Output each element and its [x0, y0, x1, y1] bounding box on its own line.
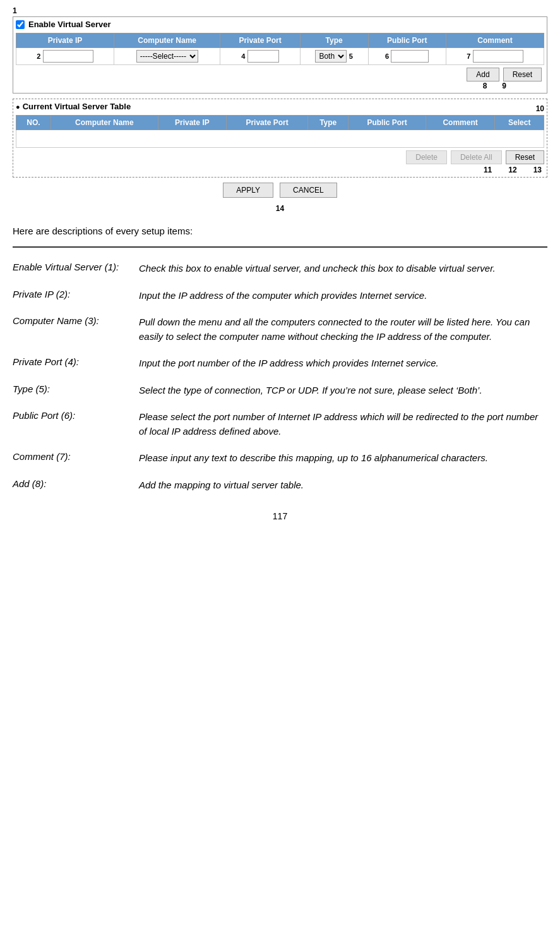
num-10: 10	[536, 104, 544, 113]
desc-definition-5: Please select the port number of Interne…	[139, 404, 547, 445]
type-select[interactable]: Both TCP UDP	[315, 50, 347, 63]
description-intro: Here are descriptions of every setup ite…	[13, 226, 547, 236]
bullet-dot: ●	[16, 103, 20, 111]
num-9: 9	[502, 82, 506, 90]
desc-row-5: Public Port (6):Please select the port n…	[13, 404, 547, 445]
desc-term-0: Enable Virtual Server (1):	[13, 255, 139, 282]
col-type: Type	[300, 33, 368, 48]
col-private-ip: Private IP	[16, 33, 114, 48]
comment-input[interactable]	[473, 50, 523, 63]
curr-col-private-port: Private Port	[227, 116, 308, 130]
desc-term-6: Comment (7):	[13, 445, 139, 472]
number-1-label: 1	[13, 6, 547, 15]
enable-header: Enable Virtual Server	[16, 20, 544, 29]
page-number: 117	[13, 511, 547, 521]
desc-row-3: Private Port (4):Input the port number o…	[13, 350, 547, 377]
desc-definition-6: Please input any text to describe this m…	[139, 445, 547, 472]
apply-cancel-row: APPLY CANCEL	[13, 183, 547, 198]
num-11: 11	[484, 166, 492, 174]
desc-term-1: Private IP (2):	[13, 282, 139, 310]
current-section-header-row: ● Current Virtual Server Table 10	[16, 102, 544, 115]
desc-row-0: Enable Virtual Server (1):Check this box…	[13, 255, 547, 282]
computer-name-select[interactable]: -----Select-----	[136, 50, 198, 63]
curr-col-select: Select	[495, 116, 544, 130]
desc-term-5: Public Port (6):	[13, 404, 139, 445]
curr-col-private-ip: Private IP	[158, 116, 227, 130]
curr-col-type: Type	[308, 116, 349, 130]
description-divider	[13, 246, 547, 248]
reset-button-table[interactable]: Reset	[506, 150, 544, 164]
col-public-port: Public Port	[368, 33, 446, 48]
current-title: Current Virtual Server Table	[23, 102, 131, 111]
desc-definition-4: Select the type of connection, TCP or UD…	[139, 377, 547, 404]
desc-definition-3: Input the port number of the IP address …	[139, 350, 547, 377]
desc-row-7: Add (8):Add the mapping to virtual serve…	[13, 472, 547, 499]
current-virtual-server-table: NO. Computer Name Private IP Private Por…	[16, 115, 544, 148]
enable-title: Enable Virtual Server	[28, 20, 111, 29]
desc-definition-2: Pull down the menu and all the computers…	[139, 309, 547, 350]
num-2: 2	[37, 52, 40, 60]
virtual-server-form-table: Private IP Computer Name Private Port Ty…	[16, 33, 544, 65]
curr-col-no: NO.	[16, 116, 51, 130]
private-port-cell: 4	[220, 48, 300, 65]
col-computer-name: Computer Name	[114, 33, 220, 48]
private-ip-cell: 2	[16, 48, 114, 65]
public-port-cell: 6	[368, 48, 446, 65]
current-header: ● Current Virtual Server Table	[16, 102, 131, 111]
add-reset-row: Add Reset	[16, 68, 544, 82]
description-table: Enable Virtual Server (1):Check this box…	[13, 255, 547, 498]
num-4: 4	[241, 52, 245, 60]
curr-col-computer-name: Computer Name	[51, 116, 158, 130]
desc-definition-7: Add the mapping to virtual server table.	[139, 472, 547, 499]
reset-button-form[interactable]: Reset	[503, 68, 542, 82]
description-section: Here are descriptions of every setup ite…	[13, 226, 547, 498]
table-row-empty	[16, 130, 544, 148]
num-14: 14	[13, 204, 547, 213]
delete-button[interactable]: Delete	[406, 150, 447, 164]
enable-checkbox[interactable]	[16, 20, 25, 29]
num-12: 12	[508, 166, 516, 174]
numbers-8-9: 8 9	[16, 82, 544, 90]
delete-all-button[interactable]: Delete All	[451, 150, 502, 164]
numbers-11-12-13: 11 12 13	[16, 166, 544, 174]
apply-button[interactable]: APPLY	[223, 183, 273, 198]
computer-name-cell: -----Select-----	[114, 48, 220, 65]
desc-definition-0: Check this box to enable virtual server,…	[139, 255, 547, 282]
num-13: 13	[533, 166, 542, 174]
desc-term-4: Type (5):	[13, 377, 139, 404]
col-comment: Comment	[446, 33, 544, 48]
desc-definition-1: Input the IP address of the computer whi…	[139, 282, 547, 310]
enable-virtual-server-section: Enable Virtual Server Private IP Compute…	[13, 16, 547, 94]
desc-term-7: Add (8):	[13, 472, 139, 499]
desc-term-3: Private Port (4):	[13, 350, 139, 377]
num-7: 7	[467, 52, 470, 60]
private-port-input[interactable]	[247, 50, 279, 63]
cancel-button[interactable]: CANCEL	[280, 183, 337, 198]
comment-cell: 7	[446, 48, 544, 65]
num-5: 5	[349, 52, 353, 60]
type-cell: Both TCP UDP 5	[300, 48, 368, 65]
num-6: 6	[385, 52, 389, 60]
desc-row-2: Computer Name (3):Pull down the menu and…	[13, 309, 547, 350]
num-8: 8	[483, 82, 487, 90]
delete-row: Delete Delete All Reset	[16, 150, 544, 164]
desc-row-1: Private IP (2):Input the IP address of t…	[13, 282, 547, 310]
add-button[interactable]: Add	[467, 68, 499, 82]
desc-row-4: Type (5):Select the type of connection, …	[13, 377, 547, 404]
desc-term-2: Computer Name (3):	[13, 309, 139, 350]
current-virtual-server-section: ● Current Virtual Server Table 10 NO. Co…	[13, 99, 547, 178]
desc-row-6: Comment (7):Please input any text to des…	[13, 445, 547, 472]
private-ip-input[interactable]	[43, 50, 93, 63]
col-private-port: Private Port	[220, 33, 300, 48]
curr-col-comment: Comment	[426, 116, 495, 130]
public-port-input[interactable]	[391, 50, 429, 63]
curr-col-public-port: Public Port	[349, 116, 426, 130]
